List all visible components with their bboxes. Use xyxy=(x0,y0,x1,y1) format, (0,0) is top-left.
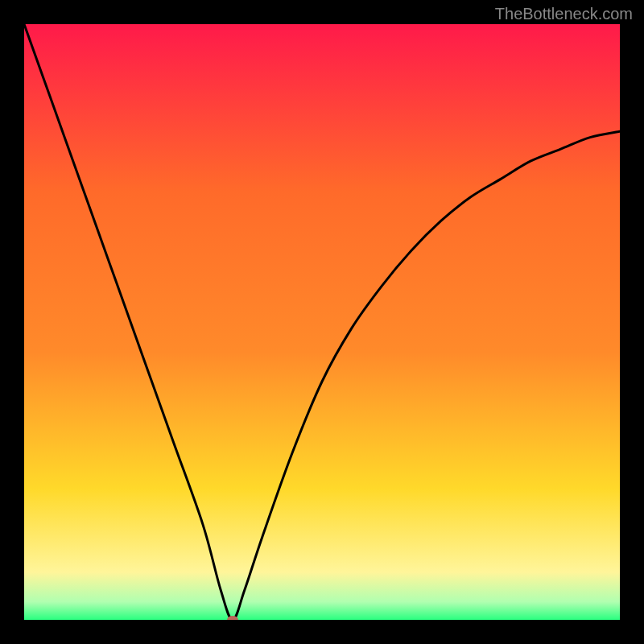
chart-background xyxy=(24,24,620,620)
chart-viewport xyxy=(24,24,620,620)
watermark-text: TheBottleneck.com xyxy=(495,5,633,23)
chart-svg xyxy=(24,24,620,620)
